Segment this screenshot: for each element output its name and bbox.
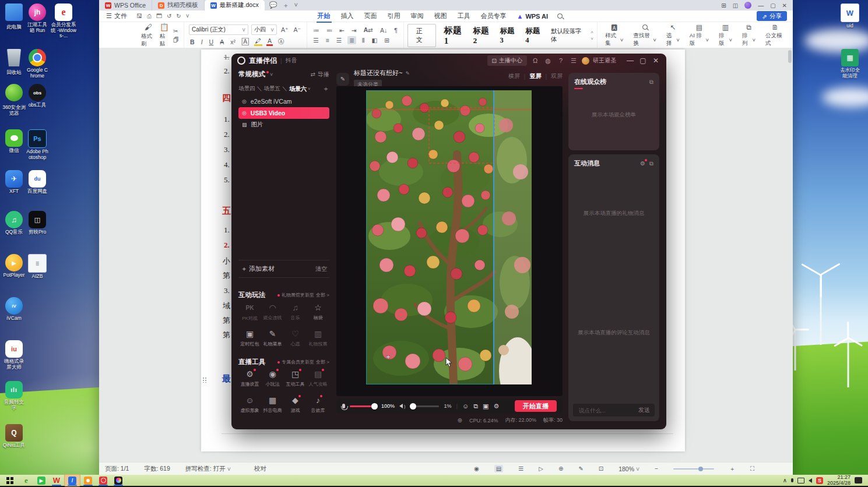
arrange-button[interactable]: ⧉排列˅ <box>739 23 758 47</box>
edit-title-button[interactable]: ✎ <box>336 73 349 86</box>
tool-virtual-avatar[interactable]: ☺虚拟形象 <box>238 394 261 419</box>
outdent-icon[interactable]: ⇤ <box>338 27 346 34</box>
find-replace-button[interactable]: 查找替换˅ <box>630 23 659 47</box>
select-button[interactable]: ↖选择˅ <box>663 23 683 47</box>
mic-volume-slider[interactable] <box>350 405 377 407</box>
menu-icon[interactable]: ☰ <box>569 57 578 65</box>
tray-mic-icon[interactable] <box>791 478 793 482</box>
desktop-icon-360-browser[interactable]: 360安全浏览器 <box>2 84 26 116</box>
typeset-button[interactable]: ▥排版˅ <box>716 23 735 47</box>
zoom-level[interactable]: 180%˅ <box>619 465 639 472</box>
zoom-slider-knob[interactable] <box>698 467 703 471</box>
tool-mini-games[interactable]: ◉小玩法 <box>261 368 284 393</box>
menu-view[interactable]: 视图 <box>433 12 448 20</box>
undo-icon[interactable]: ↺ <box>167 13 171 20</box>
word-count[interactable]: 字数: 619 <box>144 465 170 473</box>
style-heading4[interactable]: 标题 4 <box>525 26 543 45</box>
desktop-icon-uid-doc[interactable]: W uid <box>838 3 862 29</box>
preview-icon[interactable]: 🗔 <box>156 13 162 20</box>
headset-icon[interactable]: Ω <box>530 57 540 64</box>
line-spacing-icon[interactable]: ⫴ <box>361 37 366 44</box>
notification-center-icon[interactable] <box>855 477 862 484</box>
font-increase-icon[interactable]: A⁺ <box>280 26 290 33</box>
paragraph-drag-handle-icon[interactable] <box>202 377 207 383</box>
justify-icon[interactable]: ≣ <box>347 36 356 44</box>
live-minimize-button[interactable]: — <box>625 57 635 65</box>
mic-icon[interactable] <box>342 404 345 408</box>
interact-audience-link[interactable]: ◠观众连线 <box>261 302 284 327</box>
chat-input[interactable] <box>578 407 638 414</box>
beauty-effects-icon[interactable]: ☺ <box>462 403 469 410</box>
char-shading-icon[interactable]: Ⓐ <box>277 38 286 46</box>
desktop-icon-qiniu[interactable]: Q QiNiu工具 <box>2 424 26 449</box>
style-heading3[interactable]: 标题 3 <box>500 26 518 45</box>
desktop-icon-potplayer[interactable]: ▶ PotPlayer <box>2 254 26 278</box>
desktop-icon-qq-music[interactable]: ♫ QQ音乐 <box>2 211 26 235</box>
style-default-font[interactable]: 默认段落字体 <box>551 27 582 44</box>
redo-icon[interactable]: ↻ <box>176 13 181 20</box>
system-volume-slider[interactable] <box>410 405 439 407</box>
official-doc-button[interactable]: 🗎公文模式 <box>762 23 788 47</box>
fullscreen-icon[interactable]: ⛶ <box>750 465 754 472</box>
speaker-icon[interactable] <box>399 404 403 408</box>
menu-tools[interactable]: 工具 <box>456 12 472 20</box>
scene-tab-active[interactable]: 场景六 <box>289 85 307 93</box>
zoom-out-icon[interactable]: − <box>655 465 658 472</box>
edit-mode-icon[interactable]: ✎ <box>578 465 583 472</box>
interact-wish[interactable]: ♡心愿 <box>284 328 307 353</box>
desktop-icon-xft[interactable]: ✈ XFT <box>2 170 26 195</box>
send-button[interactable]: 发送 <box>638 406 650 414</box>
start-streaming-button[interactable]: 开始直播 <box>515 400 557 412</box>
add-scene-button[interactable]: ＋ <box>322 84 329 94</box>
orientation-dual[interactable]: 双屏 <box>551 72 563 80</box>
italic-icon[interactable]: I <box>200 38 204 45</box>
share-button[interactable]: ⇗分享 <box>757 11 787 21</box>
bold-icon[interactable]: B <box>189 38 196 45</box>
stream-settings-icon[interactable]: ⚙ <box>494 403 500 410</box>
style-set-button[interactable]: 🅰样式集˅ <box>602 23 626 47</box>
camera-icon[interactable]: ▣ <box>483 403 489 410</box>
fit-page-icon[interactable]: ⊡ <box>599 465 603 472</box>
system-volume-knob[interactable] <box>410 403 416 410</box>
bullet-list-icon[interactable]: ≔ <box>312 27 321 34</box>
popout-icon[interactable]: ⧉ <box>649 79 653 86</box>
start-button[interactable] <box>3 475 19 486</box>
tab-docer-template[interactable]: D 找稻壳模板 <box>152 0 205 10</box>
anchor-center-button[interactable]: ⊡主播中心 <box>487 55 527 66</box>
superscript-icon[interactable]: x² <box>229 38 237 45</box>
desktop-icon-hgs-recorder[interactable]: iu 嗨格式录屏大师 <box>2 340 26 370</box>
interact-lucky-bag[interactable]: ☆福袋 <box>307 302 329 327</box>
clock[interactable]: 21:27 2025/4/28 <box>827 475 851 486</box>
desktop-icon-recycle-bin[interactable]: 回收站 <box>2 49 26 76</box>
indent-icon[interactable]: ⇥ <box>350 27 358 34</box>
screen-share-icon[interactable]: ⧉ <box>473 403 478 410</box>
interact-pk[interactable]: PKPK对战 <box>238 302 261 327</box>
desktop-icon-aizb[interactable]: ≣ AIZB <box>26 254 49 280</box>
align-left-icon[interactable]: ☰ <box>312 37 319 44</box>
style-scroll-up-icon[interactable]: ˄ <box>591 30 593 35</box>
eye-protect-icon[interactable]: ◉ <box>474 465 479 472</box>
wps-close-button[interactable]: ✕ <box>782 2 787 9</box>
stream-title[interactable]: 标题还没有想好~ <box>354 69 402 77</box>
taskbar-360-browser[interactable]: e <box>19 475 34 486</box>
mic-slider-knob[interactable] <box>371 403 378 410</box>
play-slideshow-icon[interactable]: ▷ <box>539 465 543 472</box>
shading-icon[interactable]: ◧ <box>370 37 378 44</box>
edit-pencil-icon[interactable]: ✎ <box>405 70 410 76</box>
desktop-icon-obs[interactable]: obs obs工具 <box>26 84 49 108</box>
source-item-image[interactable]: ▨图片 <box>238 119 329 130</box>
zoom-slider[interactable] <box>673 468 714 470</box>
tray-network-icon[interactable] <box>797 478 804 484</box>
stats-zoom-icon[interactable]: ⊕ <box>458 417 462 424</box>
align-center-icon[interactable]: ≡ <box>325 37 331 44</box>
tool-popularity-guide[interactable]: ▤人气攻略 <box>307 368 329 393</box>
char-border-icon[interactable]: 🄰 <box>241 38 250 45</box>
popout-icon[interactable]: ⧉ <box>649 160 653 167</box>
tool-douyin-ecommerce[interactable]: ▦抖音电商 <box>261 394 284 419</box>
text-direction-icon[interactable]: 𝐀⇄ <box>363 26 374 34</box>
orientation-portrait[interactable]: 竖屏 <box>529 72 541 80</box>
sogou-input-icon[interactable]: S <box>816 477 823 484</box>
desktop-icon-baidu-netdisk[interactable]: du 百度网盘 <box>26 170 49 195</box>
taskbar-orange-app[interactable] <box>80 475 96 486</box>
underline-icon[interactable]: U <box>208 38 215 45</box>
